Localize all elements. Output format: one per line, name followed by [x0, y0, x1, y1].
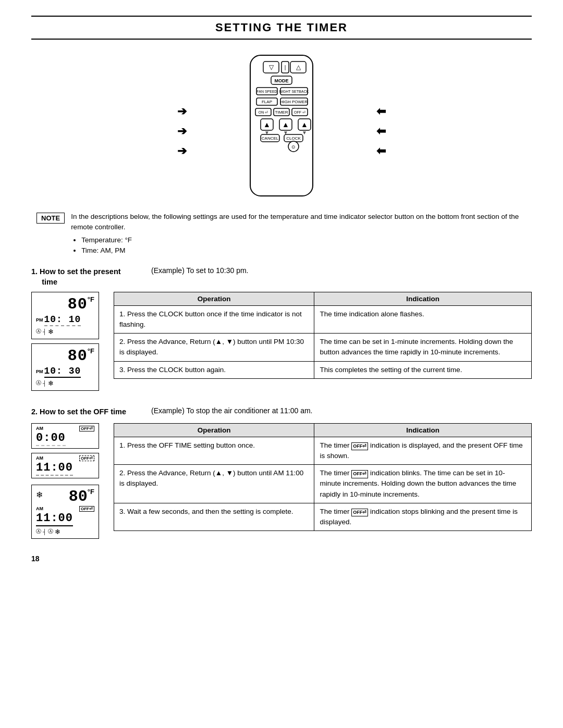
section1-op-2: 2. Press the Advance, Return (▲, ▼) butt…	[114, 334, 314, 362]
arrow-left-2: ➔	[177, 125, 187, 138]
section2-header-indication: Indication	[314, 423, 532, 437]
table-row: 1. Press the OFF TIME setting button onc…	[114, 437, 532, 465]
section1-op-3: 3. Press the CLOCK button again.	[114, 361, 314, 378]
svg-text:FAN SPEED: FAN SPEED	[256, 90, 277, 93]
icon-circle-a-2: Ⓐ	[36, 379, 41, 387]
svg-text:OFF ⏎: OFF ⏎	[294, 110, 305, 114]
section1-label: 1. How to set the present time	[31, 266, 146, 288]
arrow-right-2: ⬅	[376, 125, 386, 138]
note-bullets: Temperature: °F Time: AM, PM	[71, 235, 532, 256]
section2-ind-2: The timer OFF⏎ indication blinks. The ti…	[314, 465, 532, 503]
section1-ind-3: This completes the setting of the curren…	[314, 361, 532, 378]
lcd-pm-label-2: PM	[36, 369, 43, 374]
lcd-time-2: 10: 30	[44, 366, 81, 378]
section1-table: Operation Indication 1. Press the CLOCK …	[114, 292, 532, 379]
section2-op-3: 3. Wait a few seconds, and then the sett…	[114, 503, 314, 531]
lcd-degree-3: °F	[88, 488, 94, 496]
arrow-left-3: ➔	[177, 144, 187, 158]
lcd-display-1030: 80 °F PM 10: 30 Ⓐ ┤ ❄	[31, 343, 99, 391]
table-row: 3. Wait a few seconds, and then the sett…	[114, 503, 532, 531]
lcd-icons-2: Ⓐ ┤ ❄	[36, 379, 94, 387]
arrow-right-3: ⬅	[376, 144, 386, 158]
table-row: 3. Press the CLOCK button again. This co…	[114, 361, 532, 378]
icon-circle-a-3: Ⓐ	[36, 528, 41, 535]
svg-text:▽: ▽	[269, 64, 274, 71]
svg-text:NIGHT SETBACK: NIGHT SETBACK	[279, 90, 309, 93]
lcd-am-label-1: AM	[36, 426, 43, 431]
page-title: SETTING THE TIMER	[31, 16, 532, 40]
arrow-left-1: ➔	[177, 105, 187, 118]
svg-text:▼: ▼	[302, 130, 307, 135]
note-bullet-2: Time: AM, PM	[81, 245, 532, 256]
note-section: NOTE In the descriptions below, the foll…	[31, 212, 532, 256]
section1-header-indication: Indication	[314, 292, 532, 305]
svg-text:TIMER: TIMER	[275, 110, 288, 115]
lcd-display-1100a: AM OFF⏎ 11:00	[31, 453, 99, 478]
section-2: 2. How to set the OFF time (Example) To …	[31, 406, 532, 539]
note-bullet-1: Temperature: °F	[81, 235, 532, 245]
lcd-display-000: AM OFF⏎ 0:00	[31, 423, 99, 449]
timer-badge-3: OFF⏎	[351, 509, 368, 517]
section1-example: (Example) To set to 10:30 pm.	[151, 266, 532, 275]
svg-text:MODE: MODE	[275, 78, 289, 83]
section1-content: 80 °F PM 10: 10 Ⓐ ┤ ❄ 80	[31, 292, 532, 391]
lcd-display-1010: 80 °F PM 10: 10 Ⓐ ┤ ❄	[31, 292, 99, 339]
svg-text:▲: ▲	[301, 120, 308, 129]
page-number: 18	[31, 554, 532, 563]
icon-antenna: ┤	[43, 329, 46, 335]
section1-operation-table: Operation Indication 1. Press the CLOCK …	[114, 292, 532, 379]
svg-text:FLAP: FLAP	[262, 100, 272, 104]
note-content: In the descriptions below, the following…	[71, 212, 532, 256]
table-row: 2. Press the Advance, Return (▲, ▼) butt…	[114, 334, 532, 362]
lcd-am-label-3: AM	[36, 506, 43, 511]
lcd-snowflake-badge: ❄	[36, 490, 43, 500]
section2-op-2: 2. Press the Advance, Return (▲, ▼) butt…	[114, 465, 314, 503]
section2-ind-1: The timer OFF⏎ indication is displayed, …	[314, 437, 532, 465]
section2-op-1: 1. Press the OFF TIME setting button onc…	[114, 437, 314, 465]
lcd-off-badge-1: OFF⏎	[79, 426, 94, 431]
lcd-time-1: 10: 10	[44, 314, 81, 326]
arrow-right-1: ⬅	[376, 105, 386, 118]
timer-badge-2: OFF⏎	[351, 470, 368, 478]
section-1: 1. How to set the present time (Example)…	[31, 266, 532, 391]
svg-text:▲: ▲	[282, 120, 289, 129]
remote-svg: ▽ | △ MODE FAN SPEED NIGHT SETBACK FLAP …	[219, 50, 344, 201]
section2-table: Operation Indication 1. Press the OFF TI…	[114, 423, 532, 532]
svg-text:CANCEL: CANCEL	[262, 136, 279, 141]
lcd-am-label-2: AM	[36, 455, 43, 461]
svg-text:▲: ▲	[263, 120, 271, 129]
section1-lcd-diagrams: 80 °F PM 10: 10 Ⓐ ┤ ❄ 80	[31, 292, 104, 391]
icon-antenna-2: ┤	[43, 380, 46, 386]
section1-ind-1: The time indication alone flashes.	[314, 305, 532, 334]
note-label: NOTE	[36, 213, 65, 224]
icon-snowflake: ❄	[48, 328, 54, 336]
table-row: 2. Press the Advance, Return (▲, ▼) butt…	[114, 465, 532, 503]
svg-text:△: △	[296, 64, 301, 71]
remote-illustration: ➔ ➔ ➔ ⬅ ⬅ ⬅ ▽ | △ MODE FAN SPEED	[31, 50, 532, 201]
icon-snowflake-2: ❄	[48, 379, 54, 387]
lcd-display-1100b: ❄ 80 °F AM OFF⏎ 11:00 Ⓐ ┤ Ⓐ ❄	[31, 485, 99, 539]
section1-op-1: 1. Press the CLOCK button once if the ti…	[114, 305, 314, 334]
section2-label: 2. How to set the OFF time	[31, 406, 146, 417]
section2-header-operation: Operation	[114, 423, 314, 437]
lcd-time-1100b: 11:00	[36, 512, 73, 526]
section2-operation-table: Operation Indication 1. Press the OFF TI…	[114, 423, 532, 532]
lcd-temp-1: 80	[68, 295, 88, 313]
lcd-off-badge-2: OFF⏎	[79, 455, 94, 461]
section1-header-operation: Operation	[114, 292, 314, 305]
svg-text:CLOCK: CLOCK	[286, 136, 301, 141]
svg-text:HIGH POWER: HIGH POWER	[280, 100, 308, 104]
svg-text:ON ⏎: ON ⏎	[259, 110, 268, 114]
lcd-pm-label-1: PM	[36, 317, 43, 323]
icon-antenna-3: ┤	[43, 529, 46, 535]
lcd-degree-1: °F	[88, 295, 94, 303]
svg-text:⊙: ⊙	[291, 144, 296, 150]
section2-lcd-diagrams: AM OFF⏎ 0:00 AM OFF⏎ 11:00	[31, 423, 104, 539]
lcd-temp-2: 80	[68, 347, 88, 365]
lcd-icons-1: Ⓐ ┤ ❄	[36, 328, 94, 336]
lcd-icons-3: Ⓐ ┤ Ⓐ ❄	[36, 528, 94, 536]
lcd-time-1100a: 11:00	[36, 461, 73, 476]
lcd-degree-2: °F	[88, 347, 94, 355]
lcd-time-000: 0:00	[36, 431, 66, 446]
svg-text:|: |	[285, 65, 286, 70]
